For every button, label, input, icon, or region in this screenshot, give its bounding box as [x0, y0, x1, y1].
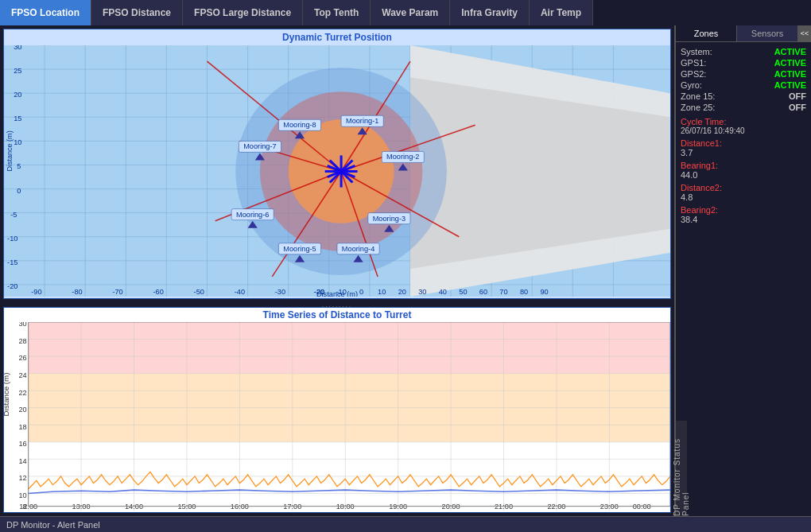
- svg-text:20: 20: [18, 405, 26, 414]
- left-panel: Dynamic Turret Position: [0, 25, 676, 516]
- svg-text:-5: -5: [10, 211, 17, 219]
- svg-text:20: 20: [398, 288, 406, 296]
- svg-text:Mooring-4: Mooring-4: [342, 245, 374, 253]
- timeseries-title: Time Series of Distance to Turret: [4, 308, 670, 322]
- system-label: System:: [681, 47, 712, 56]
- bearing2-label: Bearing2:: [681, 205, 806, 215]
- svg-text:-70: -70: [112, 288, 122, 296]
- dist2-label: Distance2:: [681, 183, 806, 192]
- turret-chart-inner: Mooring-8 Mooring-1 Mooring-2 Mooring-3 …: [4, 45, 670, 297]
- svg-text:Mooring-1: Mooring-1: [346, 117, 378, 125]
- svg-text:40: 40: [439, 288, 447, 296]
- gps2-label: GPS2:: [681, 69, 706, 79]
- svg-text:50: 50: [459, 288, 467, 296]
- zone25-label: Zone 25:: [681, 103, 715, 112]
- bottom-bar-label: DP Monitor - Alert Panel: [6, 520, 100, 530]
- zone25-value: OFF: [789, 103, 806, 112]
- gps1-label: GPS1:: [681, 58, 706, 68]
- svg-text:-60: -60: [153, 288, 164, 296]
- svg-text:16: 16: [18, 439, 26, 448]
- tab-infra-gravity[interactable]: Infra Gravity: [450, 0, 530, 25]
- bearing2-value: 38.4: [681, 215, 806, 224]
- svg-text:10: 10: [378, 288, 386, 296]
- svg-text:10: 10: [18, 491, 26, 499]
- svg-text:Mooring-5: Mooring-5: [283, 245, 316, 253]
- dist1-value: 3.7: [681, 148, 806, 157]
- turret-svg: Mooring-8 Mooring-1 Mooring-2 Mooring-3 …: [4, 45, 670, 297]
- svg-text:70: 70: [499, 288, 507, 296]
- gps1-value: ACTIVE: [774, 58, 806, 68]
- svg-text:-50: -50: [194, 288, 204, 296]
- main-layout: Dynamic Turret Position: [0, 25, 811, 516]
- svg-text:0: 0: [359, 288, 363, 296]
- svg-text:Distance (m): Distance (m): [4, 373, 10, 417]
- zone15-label: Zone 15:: [681, 91, 715, 101]
- system-value: ACTIVE: [774, 47, 806, 56]
- svg-text:-90: -90: [31, 288, 41, 296]
- right-panel: Zones Sensors << System: ACTIVE GPS1: AC…: [676, 25, 811, 516]
- svg-text:30: 30: [18, 322, 26, 328]
- status-row-gps2: GPS2: ACTIVE: [681, 69, 806, 79]
- gyro-value: ACTIVE: [774, 80, 806, 90]
- svg-text:Mooring-8: Mooring-8: [283, 121, 316, 129]
- svg-text:80: 80: [520, 288, 528, 296]
- status-row-gps1: GPS1: ACTIVE: [681, 58, 806, 68]
- turret-chart: Dynamic Turret Position: [3, 29, 671, 299]
- svg-text:20: 20: [14, 91, 21, 99]
- svg-text:-40: -40: [235, 288, 245, 296]
- svg-text:28: 28: [18, 336, 26, 345]
- tab-wave-param[interactable]: Wave Param: [371, 0, 450, 25]
- svg-text:12: 12: [18, 473, 26, 482]
- dist2-value: 4.8: [681, 192, 806, 202]
- bearing1-value: 44.0: [681, 170, 806, 180]
- svg-text:14: 14: [18, 456, 26, 465]
- svg-text:90: 90: [540, 288, 548, 296]
- tab-air-temp[interactable]: Air Temp: [530, 0, 593, 25]
- svg-text:-15: -15: [7, 258, 17, 266]
- svg-text:Mooring-2: Mooring-2: [386, 153, 419, 161]
- svg-text:-10: -10: [7, 235, 17, 243]
- bottom-bar: DP Monitor - Alert Panel: [0, 516, 811, 532]
- cycle-label: Cycle Time:: [681, 117, 806, 126]
- timeseries-svg: 30 28 26 24 22 20 18 16 14 12 10 8: [4, 322, 670, 511]
- tab-fpso-location[interactable]: FPSO Location: [0, 0, 91, 25]
- tab-sensors[interactable]: Sensors: [737, 25, 798, 41]
- timeseries-inner: 30 28 26 24 22 20 18 16 14 12 10 8: [4, 322, 670, 511]
- svg-text:30: 30: [14, 45, 21, 51]
- zone15-value: OFF: [789, 91, 806, 101]
- svg-text:Mooring-7: Mooring-7: [243, 142, 276, 150]
- collapse-panel-button[interactable]: <<: [798, 25, 811, 41]
- svg-text:Mooring-3: Mooring-3: [373, 215, 406, 223]
- svg-text:30: 30: [418, 288, 426, 296]
- svg-text:0: 0: [17, 187, 21, 195]
- svg-text:Mooring-6: Mooring-6: [236, 211, 269, 219]
- tab-fpso-distance[interactable]: FPSO Distance: [91, 0, 183, 25]
- dist1-label: Distance1:: [681, 138, 806, 148]
- svg-text:26: 26: [18, 353, 26, 362]
- svg-text:5: 5: [17, 163, 21, 171]
- svg-text:-80: -80: [72, 288, 82, 296]
- timeseries-chart: Time Series of Distance to Turret: [3, 307, 671, 513]
- dp-monitor-label: DP Monitor Status Panel: [676, 421, 687, 516]
- cycle-value: 26/07/16 10:49:40: [681, 126, 806, 135]
- panel-tabs: Zones Sensors <<: [676, 25, 811, 42]
- tab-zones[interactable]: Zones: [676, 25, 737, 41]
- status-panel: System: ACTIVE GPS1: ACTIVE GPS2: ACTIVE…: [676, 42, 811, 421]
- status-row-zone25: Zone 25: OFF: [681, 103, 806, 112]
- tab-top-tenth[interactable]: Top Tenth: [303, 0, 371, 25]
- svg-text:15: 15: [14, 115, 21, 122]
- gyro-label: Gyro:: [681, 80, 702, 90]
- svg-text:10: 10: [14, 138, 21, 146]
- svg-text:25: 25: [14, 67, 21, 75]
- top-navigation: FPSO Location FPSO Distance FPSO Large D…: [0, 0, 811, 25]
- turret-chart-title: Dynamic Turret Position: [4, 29, 670, 45]
- svg-text:22: 22: [18, 387, 26, 396]
- svg-text:24: 24: [18, 371, 26, 379]
- tab-fpso-large-distance[interactable]: FPSO Large Distance: [183, 0, 303, 25]
- svg-text:Distance (m): Distance (m): [6, 130, 14, 171]
- svg-text:-30: -30: [275, 288, 285, 296]
- svg-text:18: 18: [18, 421, 26, 430]
- gps2-value: ACTIVE: [774, 69, 806, 79]
- status-row-system: System: ACTIVE: [681, 47, 806, 56]
- status-row-zone15: Zone 15: OFF: [681, 91, 806, 101]
